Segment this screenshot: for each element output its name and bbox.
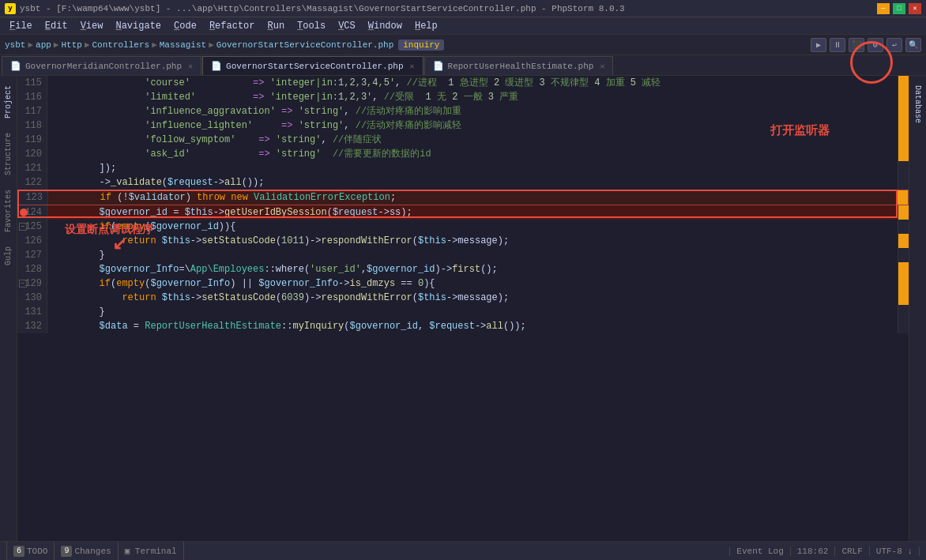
tab-close-btn[interactable]: ✕ (410, 62, 415, 71)
breadcrumb-part-1[interactable]: app (36, 40, 51, 50)
code-line-125: 125− if(empty($governor_id)){ (17, 220, 909, 234)
toolbar-btn-5[interactable]: 🔍 (905, 38, 921, 52)
maximize-button[interactable]: □ (893, 3, 905, 14)
menu-item-tools[interactable]: Tools (291, 19, 332, 33)
tab-close-btn[interactable]: ✕ (600, 62, 604, 71)
todo-count: 6 (13, 546, 24, 557)
line-number-115: 115 (17, 76, 47, 90)
left-sidebar: ProjectStructureFavoritesGulp (0, 76, 17, 541)
line-indicator-121 (898, 161, 909, 175)
toolbar-btn-2[interactable]: ⬛ (849, 38, 864, 52)
breakpoint-indicator[interactable] (20, 209, 28, 216)
tab-tab2[interactable]: 📄 GovernorStartServiceController.php ✕ (202, 56, 423, 75)
line-content-129: if(empty($governor_Info) || $governor_In… (47, 276, 898, 291)
toolbar-btn-0[interactable]: ▶ (811, 38, 826, 52)
breadcrumb-part-2[interactable]: Http (61, 40, 81, 50)
event-log[interactable]: Event Log (729, 547, 789, 556)
menu-item-run[interactable]: Run (262, 19, 292, 33)
editor[interactable]: 115 'course' => 'integer|in:1,2,3,4,5', … (17, 76, 909, 541)
tab-tab3[interactable]: 📄 ReportUserHealthEstimate.php ✕ (424, 56, 614, 75)
tab-label: ReportUserHealthEstimate.php (448, 62, 594, 71)
status-terminal[interactable]: ▣ Terminal (119, 542, 184, 560)
line-number-128: 128 (17, 262, 47, 276)
breadcrumb-part-5[interactable]: GovernorStartServiceController.php (216, 40, 393, 50)
tab-label: GovernorMeridianController.php (25, 62, 182, 71)
line-ending[interactable]: CRLF (834, 547, 868, 556)
terminal-icon: ▣ (125, 546, 130, 556)
line-indicator-129 (898, 276, 909, 291)
path-separator: ▶ (54, 39, 59, 50)
status-changes[interactable]: 9Changes (55, 542, 118, 560)
menu-item-vcs[interactable]: VCS (332, 19, 362, 33)
tab-tab1[interactable]: 📄 GovernorMeridianController.php ✕ (2, 56, 201, 75)
line-content-123: if (!$validator) throw new ValidationErr… (48, 190, 897, 205)
line-number-130: 130 (17, 291, 47, 305)
code-line-124: 124 $governor_id = $this->getUserIdBySes… (17, 205, 909, 220)
code-line-118: 118 'influence_lighten' => 'string', //活… (17, 118, 909, 133)
line-indicator-123 (897, 190, 908, 205)
right-sidebar: Database (909, 76, 926, 541)
sidebar-item-project[interactable]: Project (2, 79, 14, 125)
menu-item-refactor[interactable]: Refactor (203, 19, 262, 33)
breadcrumb-part-3[interactable]: Controllers (92, 40, 150, 50)
code-line-116: 116 'limited' => 'integer|in:1,2,3', //受… (17, 90, 909, 104)
line-content-121: ]); (47, 161, 898, 175)
window-title: ysbt - [F:\wamp64\www\ysbt] - ...\app\Ht… (20, 4, 877, 13)
line-indicator-115 (898, 76, 909, 90)
main-layout: ProjectStructureFavoritesGulp 115 'cours… (0, 76, 926, 541)
file-encoding[interactable]: UTF-8 ↓ (869, 547, 920, 556)
breadcrumb-part-4[interactable]: Massagist (160, 40, 206, 50)
line-number-117: 117 (17, 104, 47, 118)
code-line-120: 120 'ask_id' => 'string' //需要更新的数据的id (17, 147, 909, 161)
minimize-button[interactable]: ─ (877, 3, 890, 14)
line-indicator-124 (898, 205, 909, 220)
tab-icon: 📄 (211, 61, 222, 71)
line-indicator-122 (898, 175, 909, 190)
tab-close-btn[interactable]: ✕ (188, 62, 193, 71)
line-number-129: 129− (17, 276, 47, 291)
line-indicator-117 (898, 104, 909, 118)
toolbar-btn-1[interactable]: ⏸ (830, 38, 845, 52)
toolbar-btn-4[interactable]: ↩ (886, 38, 902, 52)
toolbar-btn-3[interactable]: ⚙ (868, 38, 883, 52)
right-sidebar-item-database[interactable]: Database (912, 79, 924, 130)
line-number-131: 131 (17, 305, 47, 319)
line-indicator-116 (898, 90, 909, 104)
code-line-128: 128 $governor_Info=\App\Employees::where… (17, 262, 909, 276)
code-line-132: 132 $data = ReportUserHealthEstimate::my… (17, 319, 909, 333)
code-line-115: 115 'course' => 'integer|in:1,2,3,4,5', … (17, 76, 909, 90)
fold-indicator[interactable]: − (19, 223, 27, 231)
fold-indicator[interactable]: − (19, 280, 27, 288)
toolbar-right: ▶⏸⬛⚙↩🔍 (811, 38, 921, 52)
line-content-125: if(empty($governor_id)){ (47, 220, 898, 234)
status-todo[interactable]: 6TODO (6, 542, 55, 560)
menu-item-view[interactable]: View (74, 19, 110, 33)
line-content-130: return $this->setStatusCode(6039)->respo… (47, 291, 898, 305)
breadcrumb-part-0[interactable]: ysbt (5, 40, 25, 50)
menu-item-edit[interactable]: Edit (39, 19, 74, 33)
tab-icon: 📄 (433, 61, 444, 71)
close-button[interactable]: ✕ (909, 3, 921, 14)
sidebar-item-gulp[interactable]: Gulp (2, 240, 14, 272)
status-bar: 6TODO9Changes▣ TerminalEvent Log118:62CR… (0, 541, 926, 560)
title-bar: y ysbt - [F:\wamp64\www\ysbt] - ...\app\… (0, 0, 926, 17)
line-number-125: 125− (17, 220, 47, 234)
sidebar-item-structure[interactable]: Structure (2, 126, 14, 182)
todo-label: TODO (27, 547, 47, 556)
menu-item-navigate[interactable]: Navigate (109, 19, 168, 33)
line-number-126: 126 (17, 234, 47, 248)
line-indicator-119 (898, 133, 909, 147)
line-content-116: 'limited' => 'integer|in:1,2,3', //受限 1 … (47, 90, 898, 104)
line-indicator-127 (898, 248, 909, 262)
line-number-118: 118 (17, 118, 47, 133)
terminal-label: Terminal (135, 547, 177, 556)
line-indicator-126 (898, 234, 909, 248)
cursor-position[interactable]: 118:62 (790, 547, 835, 556)
sidebar-item-favorites[interactable]: Favorites (2, 183, 14, 239)
menu-item-window[interactable]: Window (362, 19, 408, 33)
menu-bar: FileEditViewNavigateCodeRefactorRunTools… (0, 17, 926, 35)
code-line-127: 127 } (17, 248, 909, 262)
menu-item-code[interactable]: Code (168, 19, 203, 33)
menu-item-file[interactable]: File (3, 19, 39, 33)
menu-item-help[interactable]: Help (408, 19, 444, 33)
